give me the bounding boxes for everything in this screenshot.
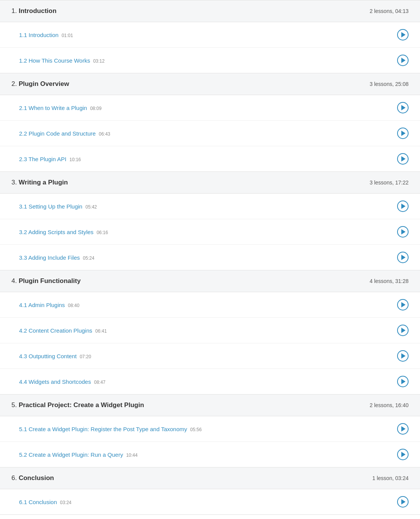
lesson-row[interactable]: 2.3 The Plugin API10:16: [0, 146, 420, 171]
lesson-title[interactable]: 5.2 Create a Widget Plugin: Run a Query: [19, 451, 123, 458]
lesson-title[interactable]: 4.2 Content Creation Plugins: [19, 327, 92, 334]
lesson-title[interactable]: 3.2 Adding Scripts and Styles: [19, 229, 93, 235]
lesson-row[interactable]: 3.3 Adding Include Files05:24: [0, 245, 420, 270]
lesson-title[interactable]: 2.2 Plugin Code and Structure: [19, 130, 96, 137]
play-button[interactable]: [397, 496, 409, 508]
lesson-row[interactable]: 6.1 Conclusion03:24: [0, 489, 420, 514]
section-meta: 1 lesson, 03:24: [372, 475, 409, 481]
lesson-row[interactable]: 4.3 Outputting Content07:20: [0, 343, 420, 369]
play-icon: [401, 131, 406, 136]
lesson-info: 2.2 Plugin Code and Structure06:43: [19, 130, 110, 137]
lesson-duration: 03:12: [93, 58, 105, 64]
lesson-row[interactable]: 3.1 Setting Up the Plugin05:42: [0, 194, 420, 219]
play-button[interactable]: [397, 29, 409, 40]
play-icon: [401, 328, 406, 333]
lesson-duration: 10:16: [69, 157, 81, 162]
play-button[interactable]: [397, 128, 409, 139]
section-header: 2. Plugin Overview3 lessons, 25:08: [0, 73, 420, 95]
course-section: 5. Practical Project: Create a Widget Pl…: [0, 395, 420, 467]
lesson-title[interactable]: 1.1 Introduction: [19, 32, 58, 38]
lesson-title[interactable]: 4.3 Outputting Content: [19, 353, 77, 359]
lesson-title[interactable]: 1.2 How This Course Works: [19, 57, 90, 64]
section-header: 6. Conclusion1 lesson, 03:24: [0, 467, 420, 489]
lesson-title[interactable]: 3.1 Setting Up the Plugin: [19, 203, 82, 210]
play-button[interactable]: [397, 200, 409, 212]
lesson-duration: 08:40: [68, 303, 79, 308]
play-icon: [401, 204, 406, 209]
lesson-row[interactable]: 4.1 Admin Plugins08:40: [0, 292, 420, 318]
section-title: 5. Practical Project: Create a Widget Pl…: [11, 401, 144, 409]
lesson-title[interactable]: 4.4 Widgets and Shortcodes: [19, 378, 91, 385]
lesson-info: 5.1 Create a Widget Plugin: Register the…: [19, 426, 202, 432]
lesson-info: 2.1 When to Write a Plugin08:09: [19, 105, 101, 111]
play-button[interactable]: [397, 55, 409, 66]
play-button[interactable]: [397, 325, 409, 336]
lesson-row[interactable]: 5.2 Create a Widget Plugin: Run a Query1…: [0, 442, 420, 467]
lesson-duration: 07:20: [80, 354, 91, 359]
lesson-row[interactable]: 5.1 Create a Widget Plugin: Register the…: [0, 416, 420, 442]
lesson-info: 2.3 The Plugin API10:16: [19, 156, 81, 162]
lesson-title[interactable]: 5.1 Create a Widget Plugin: Register the…: [19, 426, 187, 432]
lesson-row[interactable]: 4.2 Content Creation Plugins06:41: [0, 318, 420, 343]
lesson-title[interactable]: 3.3 Adding Include Files: [19, 254, 80, 261]
lesson-duration: 10:44: [126, 453, 138, 458]
section-meta: 4 lessons, 31:28: [370, 278, 409, 284]
lesson-duration: 08:47: [94, 380, 105, 385]
lesson-duration: 03:24: [60, 500, 71, 505]
section-title: 2. Plugin Overview: [11, 80, 69, 88]
play-icon: [401, 32, 406, 37]
section-title: 3. Writing a Plugin: [11, 179, 68, 186]
lesson-title[interactable]: 2.3 The Plugin API: [19, 156, 66, 162]
section-header: 1. Introduction2 lessons, 04:13: [0, 0, 420, 22]
lesson-row[interactable]: 2.2 Plugin Code and Structure06:43: [0, 121, 420, 146]
play-button[interactable]: [397, 102, 409, 113]
course-outline: 1. Introduction2 lessons, 04:131.1 Intro…: [0, 0, 420, 515]
section-meta: 3 lessons, 25:08: [370, 81, 409, 87]
section-meta: 2 lessons, 16:40: [370, 402, 409, 408]
play-icon: [401, 499, 406, 504]
lesson-row[interactable]: 4.4 Widgets and Shortcodes08:47: [0, 369, 420, 394]
lesson-info: 3.2 Adding Scripts and Styles06:16: [19, 229, 108, 235]
course-section: 2. Plugin Overview3 lessons, 25:082.1 Wh…: [0, 73, 420, 172]
play-button[interactable]: [397, 449, 409, 460]
play-icon: [401, 452, 406, 457]
lesson-row[interactable]: 3.2 Adding Scripts and Styles06:16: [0, 219, 420, 245]
play-icon: [401, 353, 406, 359]
play-button[interactable]: [397, 153, 409, 165]
section-title: 1. Introduction: [11, 7, 56, 15]
lesson-duration: 05:24: [83, 255, 94, 261]
course-section: 6. Conclusion1 lesson, 03:246.1 Conclusi…: [0, 467, 420, 515]
section-title: 6. Conclusion: [11, 474, 54, 482]
play-icon: [401, 379, 406, 384]
lesson-duration: 06:43: [99, 131, 110, 137]
lesson-row[interactable]: 2.1 When to Write a Plugin08:09: [0, 95, 420, 121]
play-button[interactable]: [397, 376, 409, 387]
lesson-duration: 05:42: [85, 204, 97, 210]
lesson-row[interactable]: 1.1 Introduction01:01: [0, 22, 420, 48]
play-button[interactable]: [397, 252, 409, 263]
lesson-duration: 05:56: [190, 427, 202, 432]
lesson-duration: 06:16: [97, 230, 108, 235]
lesson-info: 1.2 How This Course Works03:12: [19, 57, 105, 64]
lesson-title[interactable]: 4.1 Admin Plugins: [19, 302, 65, 308]
lesson-title[interactable]: 6.1 Conclusion: [19, 499, 57, 505]
play-icon: [401, 426, 406, 432]
course-section: 3. Writing a Plugin3 lessons, 17:223.1 S…: [0, 172, 420, 270]
play-button[interactable]: [397, 226, 409, 238]
lesson-title[interactable]: 2.1 When to Write a Plugin: [19, 105, 87, 111]
play-button[interactable]: [397, 423, 409, 435]
section-header: 5. Practical Project: Create a Widget Pl…: [0, 395, 420, 416]
lesson-info: 4.1 Admin Plugins08:40: [19, 302, 79, 308]
section-meta: 2 lessons, 04:13: [370, 8, 409, 14]
lesson-duration: 08:09: [90, 106, 101, 111]
play-icon: [401, 302, 406, 307]
section-header: 4. Plugin Functionality4 lessons, 31:28: [0, 270, 420, 292]
course-section: 4. Plugin Functionality4 lessons, 31:284…: [0, 270, 420, 395]
play-icon: [401, 156, 406, 162]
lesson-info: 6.1 Conclusion03:24: [19, 499, 71, 505]
section-header: 3. Writing a Plugin3 lessons, 17:22: [0, 172, 420, 194]
play-button[interactable]: [397, 350, 409, 362]
lesson-info: 3.1 Setting Up the Plugin05:42: [19, 203, 97, 210]
play-button[interactable]: [397, 299, 409, 310]
lesson-row[interactable]: 1.2 How This Course Works03:12: [0, 48, 420, 73]
